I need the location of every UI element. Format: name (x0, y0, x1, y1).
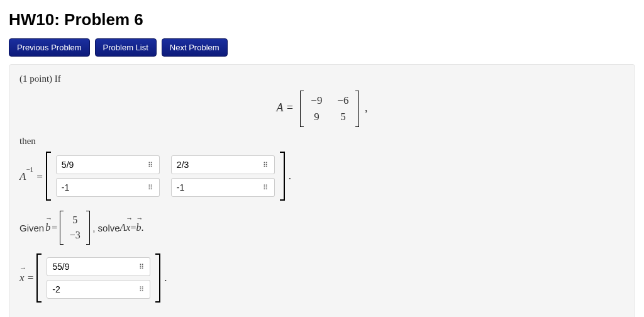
x-trail: . (160, 272, 167, 284)
ainv-input-1-0[interactable] (56, 178, 143, 197)
x-input-1[interactable] (47, 280, 133, 299)
x-input-0[interactable] (47, 257, 133, 276)
problem-list-button[interactable]: Problem List (95, 38, 157, 57)
problem-body: (1 point) If A = −9 −6 9 5 , then A−1 = (9, 64, 635, 317)
keypad-icon[interactable]: ⠿ (142, 155, 160, 174)
a-inverse-row: A−1 = ⠿ ⠿ ⠿ ⠿ (19, 152, 625, 201)
eqn-eq: = (130, 222, 136, 233)
a-cell-0-1: −6 (335, 94, 350, 107)
given-line: Given b = 5 −3 , solve A x = b . (19, 211, 625, 245)
b-cell-0: 5 (69, 214, 81, 226)
b-vector-label: b (45, 222, 50, 233)
matrix-a-trail: , (365, 101, 368, 114)
solve-text: , solve (92, 223, 119, 233)
given-trail: . (142, 222, 144, 233)
points-text: (1 point) If (19, 74, 625, 84)
a-inverse-sup: −1 (26, 165, 33, 173)
keypad-icon[interactable]: ⠿ (133, 280, 150, 299)
x-equals: = (25, 272, 35, 284)
a-cell-0-0: −9 (309, 94, 324, 107)
keypad-icon[interactable]: ⠿ (133, 257, 150, 276)
previous-problem-button[interactable]: Previous Problem (9, 38, 90, 57)
ainv-input-0-1[interactable] (171, 155, 258, 174)
ainv-input-0-0[interactable] (56, 155, 143, 174)
x-vector-label: x (19, 272, 25, 284)
nav-button-row: Previous Problem Problem List Next Probl… (9, 38, 635, 57)
then-text: then (19, 136, 625, 147)
eqn-b: b (136, 222, 142, 233)
next-problem-button[interactable]: Next Problem (162, 38, 228, 57)
keypad-icon[interactable]: ⠿ (257, 178, 275, 197)
eqn-x: x (126, 222, 130, 233)
matrix-a-definition: A = −9 −6 9 5 , (19, 91, 625, 127)
given-equals: = (52, 222, 57, 233)
given-prefix: Given (19, 223, 44, 233)
page-title: HW10: Problem 6 (9, 10, 635, 30)
matrix-a-label: A = (277, 101, 294, 114)
ainv-trail: . (285, 170, 291, 182)
a-cell-1-1: 5 (335, 111, 350, 123)
b-cell-1: −3 (69, 230, 81, 241)
ainv-input-1-1[interactable] (171, 178, 258, 197)
keypad-icon[interactable]: ⠿ (142, 178, 160, 197)
keypad-icon[interactable]: ⠿ (257, 155, 275, 174)
eqn-a: A (120, 222, 126, 233)
x-answer-row: x = ⠿ ⠿ . (19, 253, 625, 303)
a-inverse-equals: = (33, 170, 43, 182)
a-inverse-label: A (19, 170, 26, 182)
a-cell-1-0: 9 (309, 111, 324, 123)
